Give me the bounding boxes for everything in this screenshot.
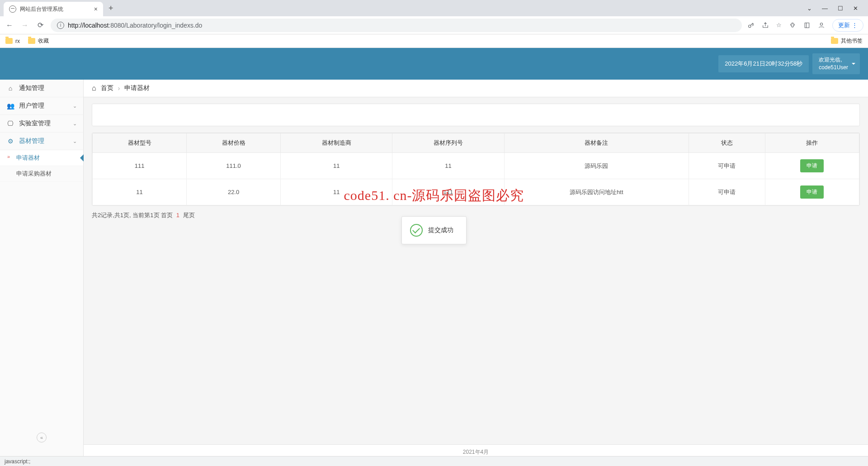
folder-icon bbox=[831, 38, 838, 44]
chevron-down-icon: ⌄ bbox=[73, 138, 77, 144]
browser-tab[interactable]: 网站后台管理系统 × bbox=[4, 2, 103, 16]
address-bar[interactable]: i http://localhost:8080/Laboratory/login… bbox=[51, 19, 742, 32]
key-icon[interactable] bbox=[747, 22, 755, 29]
url-text: http://localhost:8080/Laboratory/login_i… bbox=[68, 22, 202, 29]
star-icon[interactable]: ☆ bbox=[776, 22, 782, 29]
sidebar-item-label: 通知管理 bbox=[19, 84, 44, 92]
svg-point-0 bbox=[749, 25, 751, 27]
forward-button[interactable]: → bbox=[20, 21, 30, 29]
page-1[interactable]: 1 bbox=[176, 212, 179, 219]
browser-status-bar: javascript:; bbox=[0, 456, 868, 466]
status-text: javascript:; bbox=[5, 458, 30, 465]
th-model: 器材型号 bbox=[93, 133, 187, 153]
chevron-left-icon: « bbox=[37, 433, 47, 442]
sidebar-collapse[interactable]: « bbox=[0, 428, 83, 456]
sidebar-item-lab[interactable]: 🖵 实验室管理 ⌄ bbox=[0, 115, 83, 133]
close-window-icon[interactable]: ✕ bbox=[853, 5, 858, 12]
cell-model: 111 bbox=[93, 153, 187, 179]
close-icon[interactable]: × bbox=[94, 5, 98, 13]
breadcrumb-current: 申请器材 bbox=[124, 84, 150, 92]
top-banner: 2022年6月21日20时32分58秒 欢迎光临, code51User bbox=[0, 48, 868, 80]
new-tab-button[interactable]: + bbox=[108, 4, 113, 13]
pagination: 共2记录,共1页, 当前第1页 首页 1 尾页 bbox=[92, 211, 860, 219]
table-header-row: 器材型号 器材价格 器材制造商 器材序列号 器材备注 状态 操作 bbox=[93, 133, 859, 153]
success-toast: 提交成功 bbox=[401, 216, 467, 244]
share-icon[interactable] bbox=[762, 22, 769, 29]
folder-icon bbox=[28, 38, 35, 44]
breadcrumb: ⌂ 首页 › 申请器材 bbox=[84, 80, 868, 97]
back-button[interactable]: ← bbox=[5, 21, 14, 29]
profile-icon[interactable] bbox=[818, 22, 825, 29]
monitor-icon: 🖵 bbox=[6, 119, 14, 128]
apply-button[interactable]: 申请 bbox=[800, 159, 824, 172]
table-row: 11 22.0 11 111 源码乐园访问地址htt 可申请 申请 bbox=[93, 179, 859, 205]
apply-button[interactable]: 申请 bbox=[800, 185, 824, 199]
cell-price: 22.0 bbox=[187, 179, 281, 205]
sidebar-item-label: 申请采购器材 bbox=[16, 170, 52, 177]
home-icon: ⌂ bbox=[6, 84, 14, 92]
bookmark-fav[interactable]: 收藏 bbox=[28, 37, 49, 45]
sidebar-item-notice[interactable]: ⌂ 通知管理 bbox=[0, 80, 83, 97]
check-circle-icon bbox=[410, 224, 423, 237]
equipment-table: 器材型号 器材价格 器材制造商 器材序列号 器材备注 状态 操作 111 111 bbox=[92, 133, 860, 206]
sidebar-item-label: 用户管理 bbox=[19, 102, 44, 110]
url-bar: ← → ⟳ i http://localhost:8080/Laboratory… bbox=[0, 16, 868, 34]
chevron-right-icon: › bbox=[118, 85, 120, 92]
site-info-icon[interactable]: i bbox=[57, 22, 64, 29]
update-button[interactable]: 更新 ⋮ bbox=[832, 19, 863, 32]
user-menu[interactable]: 欢迎光临, code51User bbox=[812, 53, 860, 74]
pager-summary: 共2记录,共1页, 当前第1页 首页 bbox=[92, 212, 173, 219]
extensions-icon[interactable] bbox=[789, 22, 796, 29]
svg-point-3 bbox=[821, 23, 823, 25]
sidebar-item-equip[interactable]: ⚙ 器材管理 ⌄ bbox=[0, 133, 83, 150]
th-price: 器材价格 bbox=[187, 133, 281, 153]
page-footer: 2021年4月 bbox=[84, 444, 868, 456]
cell-note: 源码乐园 bbox=[504, 153, 689, 179]
chevron-down-icon: ⌄ bbox=[73, 103, 77, 109]
breadcrumb-home[interactable]: 首页 bbox=[101, 84, 113, 92]
cell-price: 111.0 bbox=[187, 153, 281, 179]
browser-chrome: 网站后台管理系统 × + ⌄ ― ☐ ✕ ← → ⟳ i http://loca… bbox=[0, 0, 868, 48]
minimize-icon[interactable]: ― bbox=[822, 5, 828, 12]
sidebar-sub-apply[interactable]: 申请器材 bbox=[0, 150, 83, 166]
datetime-display: 2022年6月21日20时32分58秒 bbox=[718, 55, 809, 72]
filter-panel bbox=[92, 104, 860, 126]
home-icon: ⌂ bbox=[92, 84, 96, 92]
window-controls: ⌄ ― ☐ ✕ bbox=[807, 5, 864, 12]
reload-button[interactable]: ⟳ bbox=[35, 21, 45, 29]
reader-icon[interactable] bbox=[803, 22, 811, 29]
app-root: 2022年6月21日20时32分58秒 欢迎光临, code51User ⌂ 通… bbox=[0, 48, 868, 456]
table-row: 111 111.0 11 11 源码乐园 可申请 申请 bbox=[93, 153, 859, 179]
th-note: 器材备注 bbox=[504, 133, 689, 153]
bookmark-rx[interactable]: rx bbox=[5, 38, 20, 44]
cell-maker: 11 bbox=[281, 179, 392, 205]
sidebar-sub-purchase[interactable]: 申请采购器材 bbox=[0, 166, 83, 182]
chevron-down-icon[interactable]: ⌄ bbox=[807, 5, 812, 12]
sidebar-item-label: 实验室管理 bbox=[19, 119, 51, 128]
th-status: 状态 bbox=[689, 133, 765, 153]
cell-serial: 111 bbox=[392, 179, 504, 205]
cell-maker: 11 bbox=[281, 153, 392, 179]
toast-message: 提交成功 bbox=[428, 226, 453, 234]
th-action: 操作 bbox=[765, 133, 859, 153]
tab-title: 网站后台管理系统 bbox=[20, 5, 63, 13]
sidebar-item-label: 器材管理 bbox=[19, 137, 44, 145]
sidebar-item-user[interactable]: 👥 用户管理 ⌄ bbox=[0, 97, 83, 115]
th-maker: 器材制造商 bbox=[281, 133, 392, 153]
maximize-icon[interactable]: ☐ bbox=[838, 5, 843, 12]
folder-icon bbox=[5, 38, 13, 44]
cell-action: 申请 bbox=[765, 179, 859, 205]
chevron-down-icon: ⌄ bbox=[73, 121, 77, 127]
cell-note: 源码乐园访问地址htt bbox=[504, 179, 689, 205]
tab-bar: 网站后台管理系统 × + ⌄ ― ☐ ✕ bbox=[0, 0, 868, 16]
welcome-label: 欢迎光临, bbox=[819, 56, 848, 64]
sidebar-item-label: 申请器材 bbox=[16, 154, 40, 161]
cell-action: 申请 bbox=[765, 153, 859, 179]
other-bookmarks[interactable]: 其他书签 bbox=[831, 37, 863, 45]
sidebar: ⌂ 通知管理 👥 用户管理 ⌄ 🖵 实验室管理 ⌄ ⚙ 器材管理 ⌄ 申请器材 bbox=[0, 80, 84, 456]
main-content: ⌂ 首页 › 申请器材 器材型号 器材价格 器材制造商 器材序列号 器材备注 bbox=[84, 80, 868, 456]
svg-rect-1 bbox=[805, 23, 809, 28]
pager-last[interactable]: 尾页 bbox=[183, 212, 195, 219]
gear-icon: ⚙ bbox=[6, 137, 14, 145]
globe-icon bbox=[9, 5, 16, 13]
